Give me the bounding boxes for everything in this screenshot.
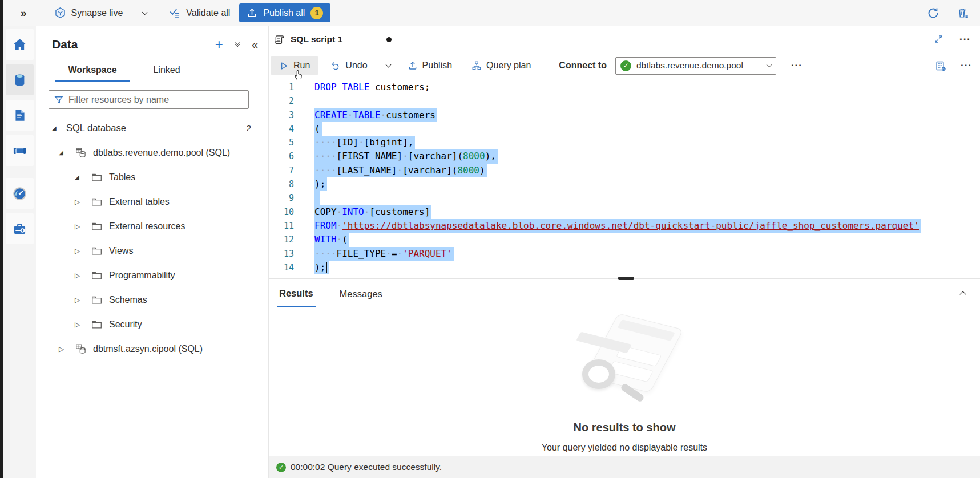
tree-collapsed-icon[interactable]: ▷ <box>75 296 83 304</box>
line-number: 4 <box>269 122 304 136</box>
line-number: 7 <box>269 164 304 177</box>
line-number: 10 <box>269 205 304 219</box>
rail-item-manage[interactable] <box>6 213 34 244</box>
collapse-results-icon[interactable] <box>961 289 965 299</box>
run-button[interactable]: Run <box>271 56 318 75</box>
data-explorer-pane: Data + « Workspace Linked ◢SQL database2… <box>36 26 269 478</box>
tree-collapsed-icon[interactable]: ▷ <box>75 272 83 279</box>
sql-script-icon <box>273 34 285 46</box>
tab-more-icon[interactable]: ··· <box>959 34 971 45</box>
tree-collapsed-icon[interactable]: ▷ <box>59 345 67 353</box>
tab-results[interactable]: Results <box>277 281 316 307</box>
tree-collapsed-icon[interactable]: ▷ <box>75 198 83 206</box>
line-number: 2 <box>269 94 304 108</box>
tree-item-schemas[interactable]: ▷Schemas <box>36 287 268 312</box>
tree-item-label: Programmability <box>109 270 175 281</box>
code-line-9[interactable]: 9 <box>269 191 980 205</box>
folder-icon <box>90 318 103 331</box>
validate-icon <box>168 7 181 19</box>
tab-workspace[interactable]: Workspace <box>55 62 130 82</box>
publish-all-button[interactable]: Publish all 1 <box>239 3 330 22</box>
tree-item-programmability[interactable]: ▷Programmability <box>36 263 268 287</box>
expand-panels-icon[interactable]: » <box>21 7 27 19</box>
folder-icon <box>90 171 103 184</box>
tree-item-dbtmsft-azsyn-cipool-sql[interactable]: ▷dbtmsft.azsyn.cipool (SQL) <box>36 337 268 361</box>
line-number: 9 <box>269 191 304 205</box>
rail-item-develop[interactable] <box>6 100 34 131</box>
toolbar-more-icon[interactable]: ··· <box>791 60 802 71</box>
hub-navigation-rail <box>3 26 36 478</box>
splitter-handle[interactable] <box>618 277 634 280</box>
expand-editor-icon[interactable] <box>933 33 945 45</box>
code-line-5[interactable]: 5····[ID]·[bigint], <box>269 136 980 149</box>
discard-all-button[interactable] <box>955 5 971 21</box>
tree-collapsed-icon[interactable]: ▷ <box>75 321 83 329</box>
tree-item-security[interactable]: ▷Security <box>36 312 268 337</box>
tab-sql-script[interactable]: SQL script 1 <box>269 26 406 52</box>
tree-expanded-icon[interactable]: ◢ <box>59 149 67 156</box>
magnifier-icon <box>582 359 615 389</box>
chevron-down-icon <box>766 62 772 68</box>
rail-item-monitor[interactable] <box>6 178 34 209</box>
document-tabstrip: SQL script 1 ··· <box>269 26 980 52</box>
validate-all-button[interactable]: Validate all <box>168 7 230 19</box>
properties-icon[interactable] <box>934 59 948 73</box>
tree-item-dbtlabs-revenue-demo-pool-sql[interactable]: ◢dbtlabs.revenue.demo.pool (SQL) <box>36 140 268 165</box>
folder-icon <box>90 220 103 233</box>
code-line-2[interactable]: 2 <box>269 94 980 108</box>
code-line-4[interactable]: 4( <box>269 122 980 136</box>
refresh-button[interactable] <box>925 5 941 21</box>
tree-item-label: External tables <box>109 197 170 207</box>
run-options-chevron-icon[interactable] <box>385 62 391 68</box>
pane-title: Data <box>52 38 78 51</box>
code-line-1[interactable]: 1DROP TABLE customers; <box>269 80 980 94</box>
tree-item-label: dbtmsft.azsyn.cipool (SQL) <box>93 344 203 354</box>
tree-item-label: SQL database <box>66 123 126 133</box>
connection-dropdown[interactable]: ✓ dbtlabs.revenue.demo.pool <box>615 57 776 75</box>
rail-item-home[interactable] <box>6 29 34 60</box>
tree-collapsed-icon[interactable]: ▷ <box>75 222 83 230</box>
tree-expanded-icon[interactable]: ◢ <box>52 125 61 131</box>
undo-button[interactable]: Undo <box>325 56 373 75</box>
code-line-12[interactable]: 12WITH·( <box>269 233 980 246</box>
query-plan-button[interactable]: Query plan <box>466 56 537 75</box>
collapse-all-icon[interactable] <box>236 43 239 46</box>
add-resource-icon[interactable]: + <box>215 39 223 50</box>
tab-linked[interactable]: Linked <box>130 62 204 82</box>
tree-item-external-resources[interactable]: ▷External resources <box>36 214 268 238</box>
tree-collapsed-icon[interactable]: ▷ <box>75 247 83 255</box>
query-plan-label: Query plan <box>486 60 531 71</box>
code-line-11[interactable]: 11FROM·'https://dbtlabsynapsedatalake.bl… <box>269 219 980 233</box>
tree-expanded-icon[interactable]: ◢ <box>75 174 83 180</box>
tree-item-views[interactable]: ▷Views <box>36 238 268 263</box>
tree-item-label: External resources <box>109 221 185 232</box>
code-line-13[interactable]: 13····FILE_TYPE·=·'PARQUET' <box>269 247 980 261</box>
tree-item-sql-database[interactable]: ◢SQL database2 <box>36 116 268 140</box>
tree-item-tables[interactable]: ◢Tables <box>36 165 268 189</box>
sql-editor[interactable]: 1DROP TABLE customers;23CREATE·TABLE·cus… <box>269 79 980 278</box>
code-line-10[interactable]: 10COPY·INTO·[customers] <box>269 205 980 219</box>
publish-button[interactable]: Publish <box>402 56 458 75</box>
mode-label: Synapse live <box>71 8 123 18</box>
code-line-7[interactable]: 7····[LAST_NAME]·[varchar](8000) <box>269 164 980 177</box>
mode-selector[interactable]: Synapse live <box>54 7 147 19</box>
code-line-14[interactable]: 14); <box>269 261 980 274</box>
toolbar-right-more-icon[interactable]: ··· <box>961 60 972 71</box>
connection-ok-icon: ✓ <box>620 60 631 71</box>
filter-box[interactable] <box>49 90 249 109</box>
filter-input[interactable] <box>68 95 244 105</box>
rail-item-integrate[interactable] <box>6 135 34 166</box>
tab-messages[interactable]: Messages <box>337 281 385 306</box>
code-line-6[interactable]: 6····[FIRST_NAME]·[varchar](8000), <box>269 149 980 163</box>
tree-item-external-tables[interactable]: ▷External tables <box>36 189 268 214</box>
code-line-3[interactable]: 3CREATE·TABLE·customers <box>269 108 980 122</box>
line-number: 1 <box>269 80 304 94</box>
code-line-8[interactable]: 8); <box>269 177 980 191</box>
connection-value: dbtlabs.revenue.demo.pool <box>636 60 743 71</box>
tree-item-label: Schemas <box>109 295 147 305</box>
line-number: 14 <box>269 261 304 274</box>
rail-item-data[interactable] <box>6 64 34 95</box>
empty-results-state: No results to show Your query yielded no… <box>269 309 980 453</box>
collapse-pane-icon[interactable]: « <box>252 38 258 51</box>
results-panel: Results Messages No results to show Your… <box>269 278 980 478</box>
